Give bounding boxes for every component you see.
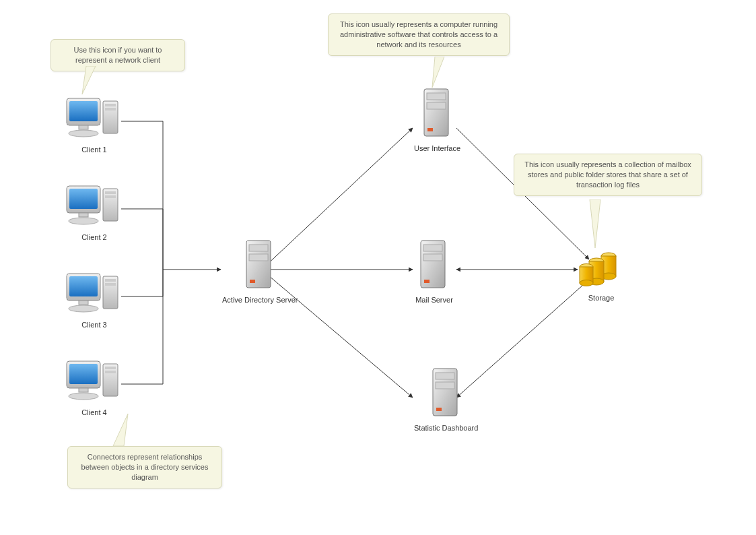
node-client-1: Client 1 <box>64 94 125 154</box>
storage-database-icon <box>578 249 625 290</box>
node-storage: Storage <box>578 249 625 302</box>
svg-rect-34 <box>427 102 446 109</box>
server-icon <box>426 367 467 420</box>
client-computer-icon <box>64 270 125 317</box>
svg-rect-5 <box>79 125 88 129</box>
svg-point-20 <box>69 305 98 312</box>
svg-rect-41 <box>436 373 454 379</box>
callout-ui-tip: This icon usually represents a computer … <box>328 13 510 56</box>
callout-text: This icon usually represents a computer … <box>340 20 497 49</box>
node-label: Client 1 <box>64 146 125 154</box>
svg-rect-2 <box>105 108 116 111</box>
client-computer-icon <box>64 94 125 141</box>
callout-client-tip: Use this icon if you want to represent a… <box>50 39 185 71</box>
callout-tail-icon <box>81 66 101 96</box>
server-icon <box>417 88 458 140</box>
svg-rect-31 <box>250 280 255 283</box>
node-user-interface: User Interface <box>414 88 460 152</box>
svg-rect-23 <box>105 371 116 373</box>
svg-rect-39 <box>424 280 429 283</box>
svg-rect-19 <box>79 301 88 305</box>
svg-point-52 <box>580 280 593 286</box>
svg-rect-11 <box>69 189 98 209</box>
svg-point-6 <box>69 130 98 137</box>
svg-marker-56 <box>113 414 128 446</box>
svg-rect-4 <box>69 101 98 121</box>
node-mail-server: Mail Server <box>414 239 454 304</box>
node-active-directory-server: Active Directory Server <box>222 239 298 304</box>
svg-rect-18 <box>69 276 98 296</box>
callout-text: Use this icon if you want to represent a… <box>74 46 162 64</box>
svg-rect-26 <box>79 388 88 392</box>
server-icon <box>240 239 280 292</box>
svg-rect-22 <box>105 367 116 369</box>
client-computer-icon <box>64 182 125 229</box>
node-client-2: Client 2 <box>64 182 125 241</box>
node-label: Client 3 <box>64 321 125 329</box>
node-label: Active Directory Server <box>222 296 298 304</box>
node-client-4: Client 4 <box>64 357 125 416</box>
svg-rect-8 <box>105 191 116 194</box>
svg-point-13 <box>69 218 98 224</box>
node-statistic-dashboard: Statistic Dashboard <box>414 367 478 432</box>
svg-rect-38 <box>423 254 442 261</box>
svg-rect-16 <box>105 283 116 286</box>
node-label: Statistic Dashboard <box>414 424 478 432</box>
svg-marker-54 <box>432 57 444 88</box>
node-label: Storage <box>578 294 625 302</box>
svg-point-27 <box>69 393 98 400</box>
svg-rect-15 <box>105 279 116 282</box>
svg-rect-43 <box>436 408 442 411</box>
svg-rect-42 <box>436 382 454 389</box>
svg-rect-12 <box>79 213 88 217</box>
svg-rect-25 <box>69 364 98 384</box>
callout-tail-icon <box>431 57 451 89</box>
callout-text: Connectors represent relationships betwe… <box>81 453 209 481</box>
svg-rect-1 <box>105 104 116 106</box>
callout-storage-tip: This icon usually represents a collectio… <box>514 154 702 196</box>
svg-marker-55 <box>590 199 600 248</box>
svg-rect-29 <box>249 245 268 251</box>
node-label: User Interface <box>414 144 460 152</box>
callout-connector-tip: Connectors represent relationships betwe… <box>67 446 222 489</box>
callout-tail-icon <box>108 414 135 447</box>
node-label: Mail Server <box>414 296 454 304</box>
svg-marker-53 <box>82 66 96 94</box>
svg-rect-33 <box>427 93 446 100</box>
callout-text: This icon usually represents a collectio… <box>524 160 691 189</box>
svg-rect-37 <box>423 245 442 251</box>
svg-rect-9 <box>105 195 116 198</box>
svg-rect-35 <box>427 128 433 131</box>
node-client-3: Client 3 <box>64 270 125 329</box>
node-label: Client 2 <box>64 233 125 241</box>
callout-tail-icon <box>586 199 606 250</box>
client-computer-icon <box>64 357 125 404</box>
svg-rect-30 <box>249 254 268 261</box>
server-icon <box>414 239 454 292</box>
